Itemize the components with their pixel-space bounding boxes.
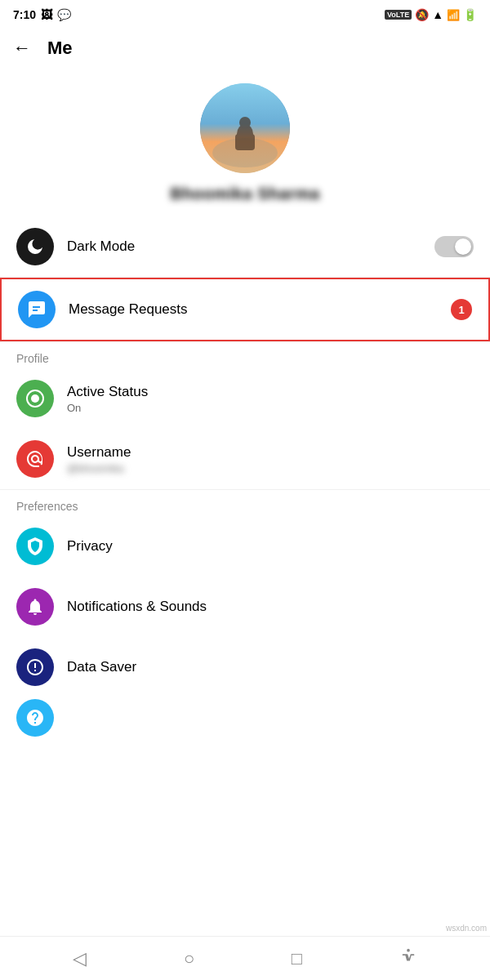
back-button[interactable]: ←	[13, 38, 31, 59]
data-saver-text: Data Saver	[67, 659, 474, 675]
nav-recent-button[interactable]: □	[292, 948, 302, 969]
active-status-icon	[16, 380, 54, 417]
wifi-icon: ▲	[432, 8, 443, 21]
dark-mode-icon	[16, 228, 54, 265]
gallery-icon: 🖼	[41, 8, 52, 21]
dark-mode-toggle[interactable]	[434, 236, 474, 257]
toggle-knob	[455, 238, 471, 255]
preferences-section-header: Preferences	[0, 490, 490, 516]
mute-icon: 🔕	[415, 8, 429, 21]
username-icon	[16, 440, 54, 478]
privacy-item[interactable]: Privacy	[0, 516, 490, 577]
status-icons: VoLTE 🔕 ▲ 📶 🔋	[385, 8, 477, 21]
notifications-icon	[16, 588, 54, 626]
username-item[interactable]: Username @bhoomika	[0, 429, 490, 489]
username-label: Username	[67, 444, 474, 461]
username-value: @bhoomika	[67, 462, 474, 474]
status-time: 7:10 🖼 💬	[13, 8, 71, 21]
data-saver-icon	[16, 648, 54, 686]
status-bar: 7:10 🖼 💬 VoLTE 🔕 ▲ 📶 🔋	[0, 0, 490, 29]
avatar[interactable]	[200, 83, 290, 173]
active-status-sublabel: On	[67, 402, 474, 414]
message-requests-badge: 1	[451, 299, 472, 320]
message-requests-icon	[18, 291, 56, 328]
signal-icon: 📶	[447, 9, 460, 21]
data-saver-label: Data Saver	[67, 659, 136, 675]
profile-section-header: Profile	[0, 342, 490, 368]
nav-accessibility-button[interactable]	[399, 947, 417, 969]
time-display: 7:10	[13, 8, 36, 21]
profile-name: Bhoomika Sharma	[170, 185, 319, 203]
page-title: Me	[47, 38, 73, 59]
privacy-text: Privacy	[67, 538, 474, 555]
active-status-text: Active Status On	[67, 384, 474, 414]
svg-rect-5	[235, 134, 255, 150]
nav-home-button[interactable]: ○	[184, 948, 194, 969]
active-status-item[interactable]: Active Status On	[0, 368, 490, 429]
volte-badge: VoLTE	[385, 10, 412, 20]
battery-icon: 🔋	[463, 8, 477, 21]
data-saver-item[interactable]: Data Saver	[0, 637, 490, 697]
dark-mode-label: Dark Mode	[67, 238, 135, 254]
message-requests-text: Message Requests	[69, 301, 438, 318]
svg-point-4	[239, 117, 251, 128]
nav-back-button[interactable]: ◁	[73, 948, 87, 969]
notifications-label: Notifications & Sounds	[67, 599, 207, 614]
notifications-item[interactable]: Notifications & Sounds	[0, 577, 490, 637]
notifications-text: Notifications & Sounds	[67, 599, 474, 615]
bottom-nav: ◁ ○ □	[0, 936, 490, 980]
message-requests-label: Message Requests	[69, 301, 188, 317]
privacy-icon	[16, 528, 54, 565]
watermark: wsxdn.com	[443, 922, 490, 934]
messenger-icon: 💬	[57, 8, 71, 21]
dark-mode-item[interactable]: Dark Mode	[0, 216, 490, 277]
profile-section[interactable]: Bhoomika Sharma	[0, 67, 490, 216]
active-status-label: Active Status	[67, 384, 474, 400]
header: ← Me	[0, 29, 490, 67]
privacy-label: Privacy	[67, 538, 113, 554]
username-text: Username @bhoomika	[67, 444, 474, 474]
svg-point-7	[31, 394, 39, 403]
dark-mode-text: Dark Mode	[67, 238, 421, 255]
more-icon	[16, 699, 54, 737]
message-requests-item[interactable]: Message Requests 1	[0, 278, 490, 341]
more-item[interactable]	[0, 697, 490, 738]
